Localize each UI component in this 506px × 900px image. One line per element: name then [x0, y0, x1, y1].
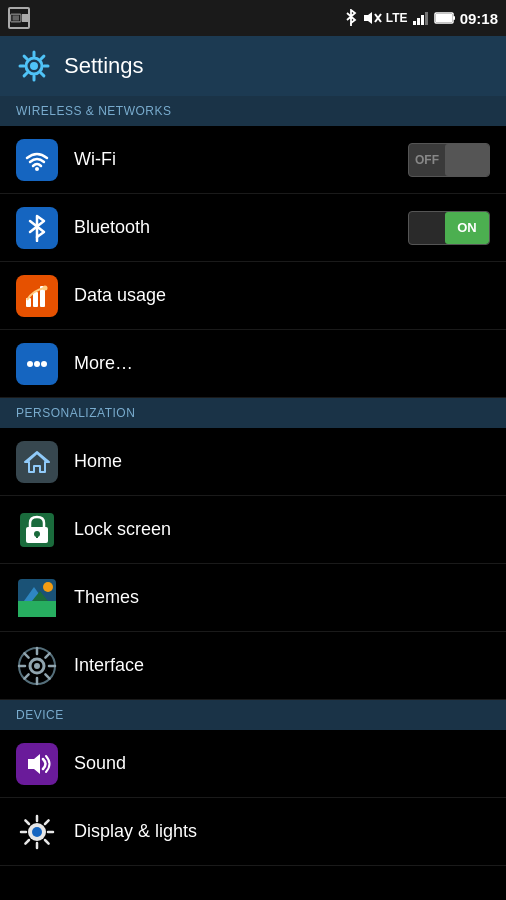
wifi-icon	[16, 139, 58, 181]
svg-rect-12	[436, 14, 452, 22]
status-bar: LTE 09:18	[0, 0, 506, 36]
settings-item-themes[interactable]: Themes	[0, 564, 506, 632]
svg-line-22	[24, 73, 27, 76]
svg-line-63	[25, 820, 29, 824]
signal-icon	[412, 10, 430, 26]
bluetooth-label: Bluetooth	[74, 217, 408, 238]
svg-rect-7	[417, 18, 420, 25]
svg-point-30	[34, 361, 40, 367]
settings-item-bluetooth[interactable]: Bluetooth ON	[0, 194, 506, 262]
svg-rect-11	[453, 16, 455, 20]
bluetooth-toggle-knob: ON	[445, 212, 489, 244]
display-icon	[16, 811, 58, 853]
svg-marker-32	[25, 452, 49, 472]
svg-point-58	[32, 827, 42, 837]
svg-point-14	[30, 62, 38, 70]
svg-rect-6	[413, 21, 416, 25]
bluetooth-icon	[16, 207, 58, 249]
svg-rect-40	[18, 601, 56, 617]
lte-icon: LTE	[386, 11, 408, 25]
svg-line-21	[41, 56, 44, 59]
display-label: Display & lights	[74, 821, 490, 842]
svg-point-29	[27, 361, 33, 367]
themes-label: Themes	[74, 587, 490, 608]
svg-line-53	[45, 653, 49, 657]
section-wireless: WIRELESS & NETWORKS	[0, 96, 506, 126]
bluetooth-toggle[interactable]: ON	[408, 211, 490, 245]
app-header: Settings	[0, 36, 506, 96]
svg-rect-38	[36, 534, 38, 538]
more-icon	[16, 343, 58, 385]
svg-rect-1	[13, 15, 19, 20]
svg-line-33	[27, 453, 37, 462]
interface-label: Interface	[74, 655, 490, 676]
svg-line-51	[24, 653, 28, 657]
section-personalization: PERSONALIZATION	[0, 398, 506, 428]
themes-icon	[16, 577, 58, 619]
svg-line-20	[41, 73, 44, 76]
status-time: 09:18	[460, 10, 498, 27]
svg-rect-8	[421, 15, 424, 25]
screenshot-icon	[8, 7, 30, 29]
svg-rect-26	[33, 292, 38, 307]
svg-point-23	[35, 167, 39, 171]
svg-line-64	[45, 840, 49, 844]
settings-item-wifi[interactable]: Wi-Fi OFF	[0, 126, 506, 194]
settings-item-sound[interactable]: Sound	[0, 730, 506, 798]
svg-marker-3	[364, 12, 372, 24]
settings-item-data-usage[interactable]: Data usage	[0, 262, 506, 330]
svg-point-28	[43, 285, 48, 290]
section-device: DEVICE	[0, 700, 506, 730]
svg-line-65	[45, 820, 49, 824]
wifi-label: Wi-Fi	[74, 149, 408, 170]
sound-label: Sound	[74, 753, 490, 774]
status-left	[8, 7, 30, 29]
settings-item-home[interactable]: Home	[0, 428, 506, 496]
settings-item-more[interactable]: More…	[0, 330, 506, 398]
svg-rect-9	[425, 12, 428, 25]
wifi-toggle[interactable]: OFF	[408, 143, 490, 177]
data-usage-icon	[16, 275, 58, 317]
home-icon	[16, 441, 58, 483]
sound-icon	[16, 743, 58, 785]
lock-screen-icon	[16, 509, 58, 551]
settings-item-display[interactable]: Display & lights	[0, 798, 506, 866]
svg-line-66	[25, 840, 29, 844]
settings-item-lock-screen[interactable]: Lock screen	[0, 496, 506, 564]
status-right: LTE 09:18	[344, 9, 498, 27]
svg-point-31	[41, 361, 47, 367]
more-label: More…	[74, 353, 490, 374]
svg-line-52	[45, 674, 49, 678]
svg-line-54	[24, 674, 28, 678]
home-label: Home	[74, 451, 490, 472]
mute-status-icon	[362, 10, 382, 26]
header-title: Settings	[64, 53, 144, 79]
bluetooth-status-icon	[344, 9, 358, 27]
settings-item-interface[interactable]: Interface	[0, 632, 506, 700]
svg-line-34	[37, 453, 47, 462]
data-usage-label: Data usage	[74, 285, 490, 306]
lock-screen-label: Lock screen	[74, 519, 490, 540]
interface-icon	[16, 645, 58, 687]
battery-icon	[434, 11, 456, 25]
svg-point-46	[34, 663, 40, 669]
svg-line-19	[24, 56, 27, 59]
settings-icon	[16, 48, 52, 84]
svg-point-43	[43, 582, 53, 592]
